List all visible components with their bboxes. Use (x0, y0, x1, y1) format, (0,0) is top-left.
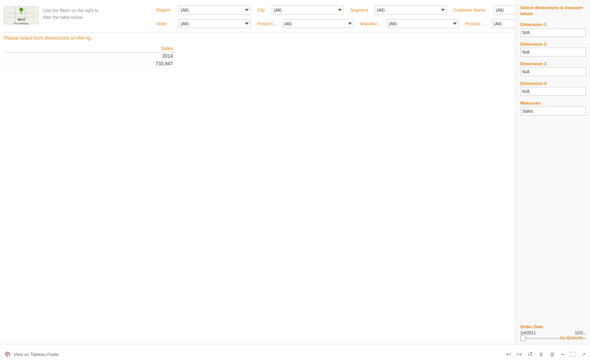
filter-row-1: Region (All) East West Central South Cit… (156, 6, 566, 14)
undo-icon[interactable]: ↩ (506, 350, 511, 358)
redo-icon[interactable]: ↪ (517, 350, 522, 358)
state-select[interactable]: (All) (179, 19, 251, 28)
dimension-1-value: N/A (520, 28, 586, 37)
right-panel: Select dimensions & measure below Dimens… (516, 0, 590, 344)
share-icon[interactable]: ↗ (581, 351, 586, 358)
svg-rect-15 (6, 355, 7, 356)
data-table: Sales 2014 733,947 (4, 45, 176, 68)
postal-code-select[interactable]: (All) (282, 19, 354, 28)
city-select[interactable]: (All) (272, 6, 344, 14)
manufacturer-label: Manufac... (360, 21, 384, 26)
svg-point-5 (19, 8, 23, 12)
table-cell-empty (4, 53, 152, 60)
view-tableau-label[interactable]: View on Tableau Public (14, 352, 59, 357)
order-date-range-row: 1/4/2011 12/3... (520, 331, 586, 335)
table-cell-value: 733,947 (152, 60, 176, 68)
logo-svg: Meet the Halfway (3, 3, 39, 27)
table-col-empty (4, 45, 152, 53)
order-date-label: Order Date (520, 324, 586, 329)
dimension-4-section: Dimension 4 N/A (520, 81, 586, 96)
zoom-minus-icon[interactable]: − (561, 351, 564, 358)
footer-right: ↩ ↪ ↺ ⏸ 🖥 − ⛶ ↗ (506, 350, 586, 358)
svg-rect-14 (9, 355, 10, 356)
please-select-text: Please select from dimensions on the rig… (4, 35, 513, 41)
dimension-3-section: Dimension 3 N/A (520, 61, 586, 76)
measures-value: Sales (520, 107, 586, 115)
desktop-icon[interactable]: 🖥 (550, 351, 555, 358)
dimension-1-section: Dimension 1 N/A (520, 22, 586, 37)
logo-area: Meet the Halfway (3, 3, 39, 27)
author-credit: by @davidr... (560, 335, 586, 340)
measures-section: Measures Sales (520, 101, 586, 115)
dimension-2-label: Dimension 2 (520, 42, 586, 47)
table-cell-year: 2014 (152, 53, 176, 60)
dimension-1-label: Dimension 1 (520, 22, 586, 27)
revert-icon[interactable]: ↺ (527, 350, 533, 358)
order-date-end: 12/3... (575, 331, 586, 335)
table-row: 2014 (4, 53, 176, 60)
right-panel-title: Select dimensions & measure below (520, 5, 586, 17)
filter-row-2: State (All) Postal C... (All) Manufac...… (156, 19, 564, 28)
slider-thumb[interactable] (520, 336, 526, 341)
svg-rect-16 (8, 352, 10, 353)
product-label: Product ... (465, 21, 489, 26)
svg-text:Meet: Meet (18, 18, 25, 21)
table-row: 733,947 (4, 60, 176, 68)
table-cell-empty2 (4, 60, 152, 68)
main-content: Please select from dimensions on the rig… (4, 35, 513, 343)
pause-icon[interactable]: ⏸ (538, 351, 544, 358)
filter-hint: Use the filters on the right to filter t… (43, 7, 99, 20)
region-label: Region (156, 8, 176, 12)
footer: View on Tableau Public ↩ ↪ ↺ ⏸ 🖥 − ⛶ ↗ (0, 344, 590, 364)
dimension-2-value: N/A (520, 48, 586, 57)
region-select[interactable]: (All) East West Central South (179, 6, 251, 14)
dimension-4-value: N/A (520, 87, 586, 96)
table-col-sales: Sales (152, 45, 176, 53)
svg-rect-12 (8, 354, 10, 354)
customer-name-label: Customer Name (453, 8, 491, 12)
order-date-start: 1/4/2011 (520, 331, 536, 335)
manufacturer-select[interactable]: (All) (387, 19, 459, 28)
dimension-2-section: Dimension 2 N/A (520, 42, 586, 57)
segment-label: Segment (350, 8, 372, 12)
filter-divider (0, 32, 516, 32)
postal-code-label: Postal C... (257, 21, 279, 26)
segment-select[interactable]: (All) Consumer Corporate Home Office (375, 6, 447, 14)
svg-rect-13 (6, 352, 6, 354)
state-label: State (156, 21, 176, 26)
tableau-icon (4, 351, 11, 358)
dimension-3-value: N/A (520, 67, 586, 76)
svg-text:the Halfway: the Halfway (14, 22, 29, 25)
dimension-3-label: Dimension 3 (520, 61, 586, 66)
maximize-icon[interactable]: ⛶ (570, 351, 576, 358)
dimension-4-label: Dimension 4 (520, 81, 586, 86)
city-label: City (257, 8, 269, 12)
measures-label: Measures (520, 101, 586, 105)
footer-left[interactable]: View on Tableau Public (4, 351, 59, 358)
